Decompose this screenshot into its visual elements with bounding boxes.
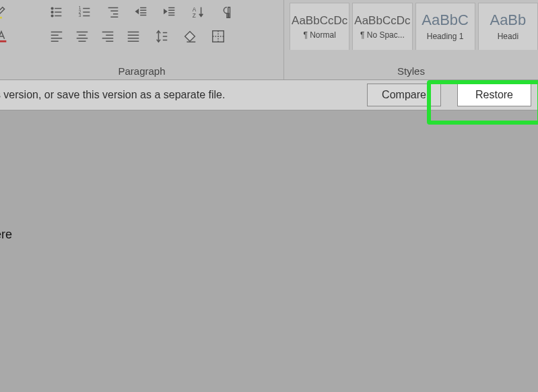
styles-gallery[interactable]: AaBbCcDc ¶ Normal AaBbCcDc ¶ No Spac... … [290,3,538,50]
decrease-indent-icon[interactable] [133,4,149,20]
font-color-icon[interactable] [0,28,9,44]
style-sample: AaBbCcDc [292,15,347,26]
bullets-icon[interactable] [48,4,65,20]
show-hide-marks-icon[interactable] [218,4,234,20]
svg-point-0 [51,7,53,9]
style-name: ¶ Normal [303,30,335,40]
restore-button[interactable]: Restore [457,84,531,106]
styles-group-label: Styles [284,65,538,77]
document-text-fragment: ere [0,228,12,242]
line-spacing-icon[interactable] [154,28,170,44]
svg-point-2 [51,15,53,17]
style-heading-1[interactable]: AaBbC Heading 1 [415,3,475,50]
paragraph-row-1: 123 AZ [48,4,234,20]
version-message-bar: this version, or save this version as a … [0,80,538,110]
style-sample: AaBbCcDc [354,15,410,26]
svg-text:A: A [193,7,197,13]
style-heading-2[interactable]: AaBb Headi [478,3,538,50]
ribbon-left-cropped [0,4,9,44]
svg-point-1 [51,11,53,13]
numbering-icon[interactable]: 123 [77,4,93,20]
style-name: Headi [498,32,518,41]
align-right-icon[interactable] [100,28,116,44]
borders-icon[interactable] [210,28,226,44]
style-sample: AaBbC [422,13,469,28]
align-center-icon[interactable] [74,28,90,44]
style-name: ¶ No Spac... [360,30,405,40]
style-name: Heading 1 [427,32,464,41]
version-message-text: this version, or save this version as a … [0,89,225,101]
justify-icon[interactable] [125,28,141,44]
align-left-icon[interactable] [48,28,65,44]
style-normal[interactable]: AaBbCcDc ¶ Normal [290,3,349,50]
document-area[interactable]: ere [0,110,538,392]
paragraph-group-label: Paragraph [0,65,283,77]
ribbon-group-paragraph: 123 AZ Paragraph [0,0,284,79]
style-no-spacing[interactable]: AaBbCcDc ¶ No Spac... [352,3,412,50]
increase-indent-icon[interactable] [162,4,178,20]
ribbon-group-styles: AaBbCcDc ¶ Normal AaBbCcDc ¶ No Spac... … [284,0,538,79]
svg-text:Z: Z [193,13,196,19]
highlight-icon[interactable] [0,4,9,20]
paragraph-row-2 [48,28,226,44]
compare-button[interactable]: Compare [367,84,441,106]
sort-icon[interactable]: AZ [190,4,206,20]
svg-text:3: 3 [79,13,81,18]
ribbon: 123 AZ Paragraph [0,0,538,80]
shading-icon[interactable] [182,28,198,44]
style-sample: AaBb [490,13,526,28]
multilevel-list-icon[interactable] [105,4,121,20]
